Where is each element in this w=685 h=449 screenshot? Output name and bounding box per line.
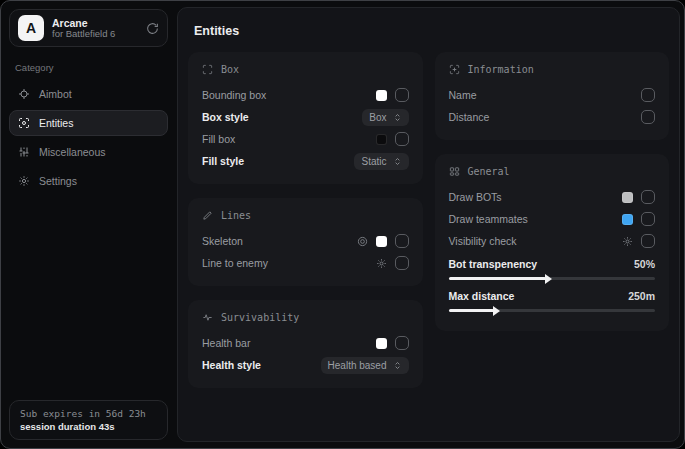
setting-row-box-style: Box style Box [202,106,409,128]
visibility-check-checkbox[interactable] [641,234,655,248]
setting-label: Bounding box [202,89,266,101]
app-header-card: A Arcane for Battlefield 6 [9,9,168,47]
bot-transparency-slider-group: Bot transpenency 50% [449,255,656,280]
info-scan-icon [449,64,460,75]
setting-label: Skeleton [202,235,243,247]
lines-card: Lines Skeleton Line to enemy [188,198,423,286]
information-card: Information Name Distance [435,52,670,140]
slider-thumb[interactable] [545,274,552,284]
section-title: Information [468,64,534,75]
draw-teammates-checkbox[interactable] [641,212,655,226]
box-icon [202,64,213,75]
setting-row-skeleton: Skeleton [202,230,409,252]
general-card: General Draw BOTs Draw teammates [435,154,670,331]
select-value: Static [361,156,386,167]
app-subtitle: for Battlefield 6 [52,29,138,40]
gear-icon [18,175,30,187]
sidebar-item-aimbot[interactable]: Aimbot [9,81,168,107]
box-card: Box Bounding box Box style Box [188,52,423,184]
sidebar-nav: Aimbot Entities Miscellaneous Settings [9,81,168,194]
section-title: Lines [221,210,251,221]
chevron-updown-icon [393,113,402,122]
category-label: Category [15,62,162,73]
setting-row-health-bar: Health bar [202,332,409,354]
skeleton-checkbox[interactable] [395,234,409,248]
setting-label: Line to enemy [202,257,268,269]
slider-value: 250m [628,290,655,302]
options-gear-icon[interactable] [357,236,368,247]
sidebar-item-miscellaneous[interactable]: Miscellaneous [9,139,168,165]
fill-box-checkbox[interactable] [395,132,409,146]
setting-row-name: Name [449,84,656,106]
setting-row-bounding-box: Bounding box [202,84,409,106]
line-to-enemy-checkbox[interactable] [395,256,409,270]
setting-label: Fill style [202,155,244,167]
setting-label: Distance [449,111,490,123]
health-icon [202,312,213,323]
left-column: Box Bounding box Box style Box [188,52,423,388]
setting-row-line-to-enemy: Line to enemy [202,252,409,274]
select-value: Box [369,112,386,123]
app-logo: A [18,15,44,41]
slider-value: 50% [634,258,655,270]
grid-icon [449,166,460,177]
setting-row-fill-style: Fill style Static [202,150,409,172]
options-gear-icon[interactable] [376,258,387,269]
setting-label: Max distance [449,290,515,302]
setting-label: Health bar [202,337,250,349]
sidebar-item-label: Entities [39,117,73,129]
setting-label: Bot transpenency [449,258,538,270]
refresh-icon[interactable] [146,22,159,35]
sidebar-item-entities[interactable]: Entities [9,110,168,136]
setting-row-distance: Distance [449,106,656,128]
setting-label: Box style [202,111,249,123]
color-swatch[interactable] [376,236,387,247]
setting-label: Draw teammates [449,213,528,225]
app-name: Arcane [52,17,138,29]
color-swatch[interactable] [376,90,387,101]
sidebar-item-label: Settings [39,175,77,187]
box-style-select[interactable]: Box [362,109,408,126]
setting-row-fill-box: Fill box [202,128,409,150]
distance-checkbox[interactable] [641,110,655,124]
bounding-box-checkbox[interactable] [395,88,409,102]
color-swatch[interactable] [376,338,387,349]
section-title: General [468,166,510,177]
page-title: Entities [194,24,669,38]
max-distance-slider-group: Max distance 250m [449,287,656,312]
sliders-icon [18,146,30,158]
chevron-updown-icon [393,361,402,370]
max-distance-slider[interactable] [449,309,656,312]
name-checkbox[interactable] [641,88,655,102]
bot-transparency-slider[interactable] [449,277,656,280]
session-duration: session duration 43s [20,421,157,432]
health-bar-checkbox[interactable] [395,336,409,350]
options-gear-icon[interactable] [622,236,633,247]
section-title: Survivability [221,312,299,323]
crosshair-icon [18,88,30,100]
section-title: Box [221,64,239,75]
pencil-icon [202,210,213,221]
health-style-select[interactable]: Health based [321,357,409,374]
setting-row-draw-bots: Draw BOTs [449,186,656,208]
setting-row-draw-teammates: Draw teammates [449,208,656,230]
draw-bots-checkbox[interactable] [641,190,655,204]
sidebar: A Arcane for Battlefield 6 Category Aimb… [1,1,176,448]
color-swatch[interactable] [622,192,633,203]
sidebar-item-settings[interactable]: Settings [9,168,168,194]
main-panel: Entities Box Bounding box [177,7,680,442]
select-value: Health based [328,360,387,371]
subscription-info: Sub expires in 56d 23h session duration … [9,400,168,440]
right-column: Information Name Distance [435,52,670,388]
entities-icon [18,117,30,129]
sub-expiry: Sub expires in 56d 23h [20,408,157,419]
setting-label: Name [449,89,477,101]
slider-thumb[interactable] [493,306,500,316]
setting-row-health-style: Health style Health based [202,354,409,376]
color-swatch[interactable] [376,134,387,145]
setting-label: Fill box [202,133,235,145]
setting-label: Visibility check [449,235,517,247]
color-swatch[interactable] [622,214,633,225]
fill-style-select[interactable]: Static [354,153,408,170]
setting-label: Health style [202,359,261,371]
